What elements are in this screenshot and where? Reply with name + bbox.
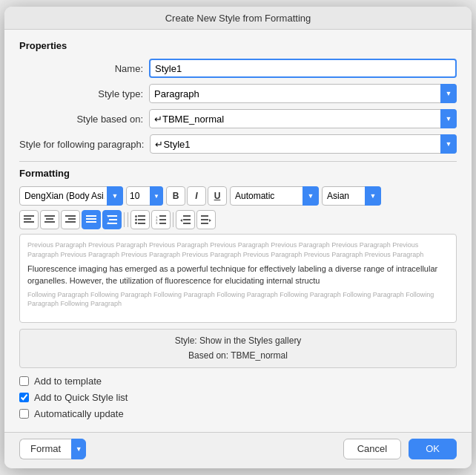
svg-rect-0 (24, 215, 34, 217)
auto-update-row: Automatically update (19, 408, 457, 419)
svg-rect-10 (65, 221, 76, 223)
color-select[interactable]: Automatic (230, 186, 319, 206)
style-type-select[interactable]: Paragraph (149, 84, 457, 103)
cancel-button[interactable]: Cancel (343, 439, 401, 459)
svg-point-25 (135, 222, 137, 224)
svg-marker-40 (209, 219, 211, 222)
svg-rect-6 (44, 221, 55, 223)
formatting-section-title: Formatting (19, 168, 457, 179)
preview-main-text: Fluorescence imaging has emerged as a po… (27, 263, 449, 287)
formatting-section: Formatting DengXian (Body Asi... 10 (19, 168, 457, 419)
svg-rect-30 (159, 219, 166, 220)
preview-following-paragraph: Following Paragraph Following Paragraph … (27, 290, 449, 309)
font-select[interactable]: DengXian (Body Asi... (19, 186, 123, 206)
color-select-wrapper: Automatic (230, 186, 319, 206)
align-right-button[interactable] (61, 210, 80, 229)
align-left-button[interactable] (19, 210, 39, 229)
size-select-wrapper: 10 (126, 186, 163, 206)
svg-rect-32 (159, 223, 166, 224)
svg-rect-34 (183, 219, 191, 220)
increase-indent-button[interactable] (196, 210, 216, 229)
svg-rect-12 (86, 215, 96, 217)
add-template-label[interactable]: Add to template (34, 376, 102, 387)
dialog-body: Properties Name: Style type: Paragraph S… (4, 30, 472, 431)
add-quick-style-checkbox[interactable] (19, 393, 29, 402)
svg-rect-1 (24, 218, 31, 220)
underline-button[interactable]: U (208, 186, 227, 206)
svg-rect-39 (201, 223, 208, 224)
dialog-window: Create New Style from Formatting Propert… (4, 7, 472, 468)
toolbar-separator-2 (128, 212, 128, 227)
toolbar-separator-1 (124, 212, 125, 227)
format-button-group: Format ▼ (19, 439, 86, 459)
italic-button[interactable]: I (187, 186, 206, 206)
svg-rect-4 (44, 215, 55, 217)
svg-marker-36 (180, 219, 182, 222)
preview-previous-paragraph: Previous Paragraph Previous Paragraph Pr… (27, 240, 449, 259)
style-following-label: Style for following paragraph: (19, 139, 150, 150)
size-select[interactable]: 10 (126, 186, 163, 206)
name-input[interactable] (149, 59, 457, 78)
svg-rect-26 (138, 223, 145, 224)
svg-text:3.: 3. (156, 221, 158, 224)
svg-rect-8 (65, 215, 76, 217)
script-select[interactable]: Asian (322, 186, 381, 206)
add-quick-style-label[interactable]: Add to Quick Style list (34, 392, 128, 403)
add-template-checkbox[interactable] (19, 376, 29, 386)
font-select-wrapper: DengXian (Body Asi... (19, 186, 123, 206)
style-info-line1: Style: Show in the Styles gallery (27, 334, 449, 348)
decrease-indent-button[interactable] (176, 210, 195, 229)
svg-rect-24 (138, 219, 145, 220)
svg-rect-9 (68, 218, 76, 220)
svg-rect-16 (109, 215, 117, 217)
dialog-title: Create New Style from Formatting (165, 13, 311, 24)
name-row: Name: (19, 59, 457, 78)
svg-rect-14 (86, 221, 96, 223)
format-dropdown-button[interactable]: ▼ (71, 439, 86, 459)
style-based-select[interactable]: ↵TBME_normal (149, 109, 457, 128)
style-based-row: Style based on: ↵TBME_normal (19, 109, 457, 128)
line-spacing-1-button[interactable] (102, 210, 122, 229)
svg-rect-33 (183, 215, 191, 217)
script-select-wrapper: Asian (322, 186, 381, 206)
svg-rect-37 (201, 215, 208, 217)
auto-update-checkbox[interactable] (19, 409, 29, 419)
properties-section-title: Properties (19, 40, 457, 51)
style-type-row: Style type: Paragraph (19, 84, 457, 103)
style-based-label: Style based on: (19, 114, 149, 125)
add-quick-style-row: Add to Quick Style list (19, 392, 457, 403)
name-label: Name: (19, 63, 149, 74)
numbered-list-button[interactable]: 1. 2. 3. (151, 210, 171, 229)
svg-rect-22 (138, 215, 145, 217)
toolbar-separator-3 (173, 212, 173, 227)
preview-box: Previous Paragraph Previous Paragraph Pr… (19, 234, 457, 323)
align-center-button[interactable] (40, 210, 59, 229)
font-toolbar-row: DengXian (Body Asi... 10 B I U (19, 186, 457, 206)
svg-rect-5 (46, 218, 53, 220)
align-toolbar: 1. 2. 3. (19, 210, 457, 229)
svg-rect-2 (24, 221, 34, 223)
svg-point-23 (135, 219, 137, 221)
bottom-bar: Format ▼ Cancel OK (4, 432, 472, 468)
style-type-label: Style type: (19, 88, 149, 99)
dialog-title-bar: Create New Style from Formatting (4, 7, 472, 30)
dialog-action-buttons: Cancel OK (343, 439, 457, 459)
bullet-list-button[interactable] (130, 210, 150, 229)
align-justify-button[interactable] (82, 210, 101, 229)
svg-rect-38 (201, 219, 208, 220)
divider-1 (19, 161, 457, 162)
style-following-select[interactable]: ↵Style1 (150, 134, 457, 154)
svg-rect-28 (159, 215, 166, 217)
ok-button[interactable]: OK (409, 439, 457, 459)
auto-update-label[interactable]: Automatically update (34, 408, 124, 419)
svg-rect-17 (109, 219, 117, 220)
style-following-row: Style for following paragraph: ↵Style1 (19, 134, 457, 154)
format-button[interactable]: Format (19, 439, 71, 459)
svg-point-21 (135, 215, 137, 217)
svg-rect-13 (86, 218, 96, 220)
style-info-box: Style: Show in the Styles gallery Based … (19, 329, 457, 367)
style-type-select-wrapper: Paragraph (149, 84, 457, 103)
style-info-line2: Based on: TBME_normal (27, 349, 449, 363)
add-template-row: Add to template (19, 376, 457, 387)
bold-button[interactable]: B (166, 186, 185, 206)
